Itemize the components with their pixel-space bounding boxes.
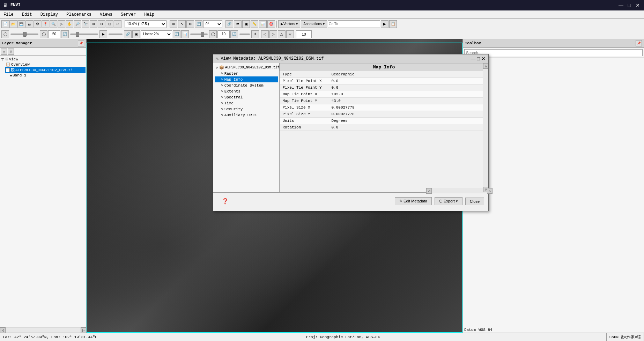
band-label: Band 1 xyxy=(13,73,27,77)
layer-expand-btn[interactable]: ▽ xyxy=(8,49,14,55)
menu-views[interactable]: Views xyxy=(98,12,114,18)
menu-help[interactable]: Help xyxy=(142,12,156,18)
menu-server[interactable]: Server xyxy=(119,12,138,18)
modal-tree-content: ▽ 📦 ALPSMLC30_N042E102_DSM.tif ✎ Raster … xyxy=(215,65,278,191)
save-btn[interactable]: 💾 xyxy=(17,20,25,28)
chip-btn[interactable]: ▣ xyxy=(242,20,250,28)
vectors-btn[interactable]: ▶ Vectors ▾ xyxy=(278,20,300,28)
tree-item-raster[interactable]: ✓ 🖼 ALPSMLC30_N042E102_DSM.ti xyxy=(5,67,86,73)
tool-extra[interactable]: 📋 xyxy=(389,20,397,28)
scroll-left[interactable]: ◁ xyxy=(0,327,6,333)
tool-m2[interactable]: 📊 xyxy=(259,20,267,28)
tb2-e4[interactable]: ▽ xyxy=(286,30,294,38)
tb2-hist[interactable]: 📊 xyxy=(181,30,189,38)
detail-scroll-down[interactable]: ▽ xyxy=(483,187,488,192)
modal-minimize[interactable]: — xyxy=(471,56,476,61)
tb2-circle[interactable]: ◯ xyxy=(40,30,47,38)
security-label: Security xyxy=(224,107,243,111)
print-btn[interactable]: 🖨 xyxy=(25,20,33,28)
modal-tree-coordsys[interactable]: ✎ Coordinate System xyxy=(215,82,278,88)
tool-roam4[interactable]: 🔄 xyxy=(195,20,202,28)
tree-item-overview[interactable]: 📋 Overview xyxy=(5,62,86,67)
stretch-select[interactable]: Linear 2% xyxy=(141,30,172,38)
zoom-select[interactable]: 13.4% (1:7.5.) xyxy=(125,20,166,28)
tb2-e2[interactable]: ▷ xyxy=(269,30,277,38)
tb2-refresh3[interactable]: 🔄 xyxy=(230,30,238,38)
scroll-right[interactable]: ▷ xyxy=(81,327,86,333)
new-btn[interactable]: 📄 xyxy=(1,20,9,28)
tool6[interactable]: 📍 xyxy=(42,20,49,28)
modal-close-btn[interactable]: ✕ xyxy=(481,56,486,61)
close-modal-btn[interactable]: Close xyxy=(465,198,484,205)
link-btn[interactable]: 🔗 xyxy=(225,20,233,28)
modal-maximize[interactable]: □ xyxy=(477,56,480,61)
layer-manager-collapse[interactable]: 📌 xyxy=(78,40,84,46)
annotations-btn[interactable]: Annotations ▾ xyxy=(301,20,327,28)
label-psy: Pixel Size Y xyxy=(280,111,329,118)
tool-m1[interactable]: 📏 xyxy=(251,20,258,28)
modal-right-scroll[interactable]: △ ▽ xyxy=(483,63,488,192)
tb2-refresh[interactable]: 🔄 xyxy=(61,30,69,38)
tree-item-band[interactable]: ▬ Band 1 xyxy=(9,73,86,78)
sync-btn[interactable]: ⇄ xyxy=(234,20,242,28)
export-btn[interactable]: ⬡ Export ▾ xyxy=(435,197,462,205)
tool15[interactable]: ↩ xyxy=(114,20,121,28)
menu-placemarks[interactable]: Placemarks xyxy=(64,12,94,18)
modal-tree-extents[interactable]: ✎ Extents xyxy=(215,88,278,94)
menu-edit[interactable]: Edit xyxy=(20,12,34,18)
tool-roam1[interactable]: ⊕ xyxy=(170,20,177,28)
tool7[interactable]: 🔍 xyxy=(50,20,57,28)
goto-btn[interactable]: ▶ xyxy=(381,20,388,28)
tool13[interactable]: ⊖ xyxy=(98,20,105,28)
tb2-link[interactable]: 🔗 xyxy=(124,30,132,38)
tree-item-view[interactable]: ▽ 🖥 View xyxy=(1,57,86,62)
tb2-e3[interactable]: △ xyxy=(278,30,286,38)
tool-m3[interactable]: 🎯 xyxy=(267,20,275,28)
tb2-play[interactable]: ▶ xyxy=(99,30,107,38)
brightness-input[interactable] xyxy=(48,30,60,38)
close-button[interactable]: ✕ xyxy=(634,2,641,9)
modal-tree-time[interactable]: ✎ Time xyxy=(215,100,278,106)
tool11[interactable]: 🔭 xyxy=(82,20,89,28)
tb2-refresh2[interactable]: 🔄 xyxy=(173,30,180,38)
open-btn[interactable]: 📂 xyxy=(9,20,17,28)
modal-title-controls[interactable]: — □ ✕ xyxy=(471,56,486,61)
modal-tree-security[interactable]: ✎ Security xyxy=(215,106,278,112)
pan-btn[interactable]: ✋ xyxy=(66,20,73,28)
raster-checkbox[interactable]: ✓ xyxy=(6,68,10,72)
modal-vscroll[interactable]: △ ▽ xyxy=(483,63,488,192)
minimize-button[interactable]: — xyxy=(617,2,624,9)
tool-roam2[interactable]: ↖ xyxy=(178,20,186,28)
modal-tree-aux[interactable]: ✎ Auxiliary URIs xyxy=(215,112,278,118)
layer-collapse-btn[interactable]: △ xyxy=(1,49,7,55)
tool14[interactable]: ⊡ xyxy=(106,20,113,28)
tb2-chip[interactable]: ▣ xyxy=(132,30,140,38)
select-btn[interactable]: ▷ xyxy=(58,20,65,28)
menu-file[interactable]: File xyxy=(1,12,16,18)
tb2-sun[interactable]: ☀ xyxy=(251,30,259,38)
goto-input[interactable] xyxy=(328,20,380,28)
tool5[interactable]: ⚙ xyxy=(34,20,41,28)
modal-tree-raster[interactable]: ✎ Raster xyxy=(215,71,278,76)
tb2-1[interactable]: ◯ xyxy=(1,30,9,38)
toolbox-search-input[interactable] xyxy=(464,49,643,56)
zoom-btn[interactable]: 🔎 xyxy=(74,20,81,28)
rotation-select[interactable]: 0° xyxy=(203,20,222,28)
contrast-input[interactable] xyxy=(217,30,230,38)
time-label: Time xyxy=(224,101,234,105)
scroll-track-h[interactable] xyxy=(6,327,81,333)
tool12[interactable]: ⊕ xyxy=(90,20,97,28)
help-btn[interactable]: ❓ xyxy=(217,197,233,206)
modal-tree-mapinfo[interactable]: ✎ Map Info xyxy=(215,76,278,82)
tool-roam3[interactable]: ⊗ xyxy=(186,20,194,28)
layer-scrollbar-h[interactable]: ◁ ▷ xyxy=(0,327,86,333)
title-bar-controls[interactable]: — □ ✕ xyxy=(617,2,641,9)
tb2-e1[interactable]: ◁ xyxy=(261,30,269,38)
detail-scroll-up[interactable]: △ xyxy=(483,63,488,69)
tb2-circle2[interactable]: ◯ xyxy=(209,30,217,38)
toolbox-pin[interactable]: 📌 xyxy=(636,40,642,46)
edit-metadata-btn[interactable]: ✎ Edit Metadata xyxy=(395,197,432,205)
modal-tree-spectral[interactable]: ✎ Spectral xyxy=(215,94,278,100)
maximize-button[interactable]: □ xyxy=(626,2,633,9)
menu-display[interactable]: Display xyxy=(38,12,60,18)
